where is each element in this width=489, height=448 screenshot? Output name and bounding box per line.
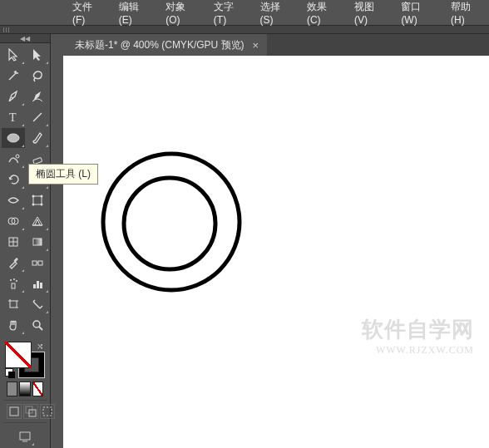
tab-close-icon[interactable]: ×: [253, 40, 259, 51]
rotate-tool[interactable]: [2, 170, 25, 190]
svg-rect-35: [10, 407, 18, 416]
watermark-line1: 软件自学网: [362, 315, 474, 344]
color-mode-color[interactable]: [7, 382, 17, 396]
svg-line-1: [33, 113, 42, 121]
svg-rect-25: [33, 284, 36, 288]
svg-rect-7: [33, 196, 42, 204]
color-mode-none[interactable]: [32, 382, 43, 396]
draw-normal-icon[interactable]: [7, 404, 22, 419]
mesh-tool[interactable]: [2, 232, 25, 252]
document-tab-title: 未标题-1* @ 400% (CMYK/GPU 预览): [75, 38, 244, 52]
type-tool[interactable]: T: [2, 107, 25, 127]
screen-mode-icon[interactable]: [15, 426, 35, 446]
artboard-tool[interactable]: [2, 294, 25, 314]
svg-point-22: [10, 279, 12, 281]
default-fill-stroke-icon[interactable]: [5, 368, 15, 378]
svg-rect-26: [37, 281, 39, 288]
menu-bar: 文件(F) 编辑(E) 对象(O) 文字(T) 选择(S) 效果(C) 视图(V…: [0, 2, 489, 23]
control-bar: [0, 26, 489, 34]
menu-type[interactable]: 文字(T): [208, 0, 251, 28]
draw-behind-icon[interactable]: [23, 404, 38, 419]
selection-tool[interactable]: [2, 45, 25, 65]
menu-effect[interactable]: 效果(C): [301, 0, 345, 28]
ellipse-tool[interactable]: [2, 128, 25, 148]
ellipse-tool-tooltip: 椭圆工具 (L): [28, 164, 98, 185]
lasso-tool[interactable]: [26, 66, 49, 86]
perspective-grid-tool[interactable]: [26, 211, 49, 231]
document-tab-bar: 未标题-1* @ 400% (CMYK/GPU 预览) ×: [63, 34, 489, 57]
free-transform-tool[interactable]: [26, 190, 49, 210]
svg-point-10: [32, 204, 35, 206]
svg-rect-21: [12, 283, 15, 288]
svg-rect-27: [40, 283, 42, 288]
blend-tool[interactable]: [26, 253, 49, 273]
tools-panel: ◀◀ T: [0, 34, 51, 448]
paintbrush-tool[interactable]: [26, 128, 49, 148]
inner-circle-shape[interactable]: [124, 178, 215, 269]
menu-view[interactable]: 视图(V): [348, 0, 392, 28]
gradient-tool[interactable]: [26, 232, 49, 252]
menu-select[interactable]: 选择(S): [254, 0, 298, 28]
symbol-sprayer-tool[interactable]: [2, 273, 25, 293]
shape-builder-tool[interactable]: [2, 211, 25, 231]
svg-point-23: [13, 278, 15, 280]
draw-inside-icon[interactable]: [40, 404, 55, 419]
watermark: 软件自学网 WWW.RJZXW.COM: [362, 315, 474, 357]
width-tool[interactable]: [2, 190, 25, 210]
svg-rect-17: [33, 239, 42, 245]
svg-point-9: [41, 195, 43, 198]
column-graph-tool[interactable]: [26, 273, 49, 293]
direct-selection-tool[interactable]: [26, 45, 49, 65]
svg-point-3: [16, 155, 19, 158]
color-mode-gradient[interactable]: [19, 382, 30, 396]
menu-help[interactable]: 帮助(H): [445, 0, 489, 28]
svg-rect-39: [20, 432, 30, 440]
panel-collapse-icon[interactable]: ◀◀: [0, 34, 50, 43]
svg-point-8: [32, 195, 35, 198]
svg-text:T: T: [9, 111, 17, 124]
pen-tool[interactable]: [2, 86, 25, 106]
svg-rect-18: [32, 261, 37, 265]
line-tool[interactable]: [26, 107, 49, 127]
zoom-tool[interactable]: [26, 315, 49, 335]
menu-edit[interactable]: 编辑(E): [113, 0, 156, 28]
fill-swatch[interactable]: [5, 342, 32, 368]
curvature-tool[interactable]: [26, 86, 49, 106]
shaper-tool[interactable]: [2, 149, 25, 169]
svg-line-34: [39, 327, 42, 330]
magic-wand-tool[interactable]: [2, 66, 25, 86]
document-canvas[interactable]: 软件自学网 WWW.RJZXW.COM: [63, 56, 489, 448]
hand-tool[interactable]: [2, 315, 25, 335]
eyedropper-tool[interactable]: [2, 253, 25, 273]
watermark-line2: WWW.RJZXW.COM: [362, 344, 474, 357]
menu-object[interactable]: 对象(O): [160, 0, 205, 28]
menu-file[interactable]: 文件(F): [67, 0, 110, 28]
svg-rect-19: [38, 261, 42, 265]
svg-point-24: [16, 280, 17, 282]
fill-stroke-section: ⤭: [0, 337, 50, 448]
svg-rect-28: [10, 301, 17, 308]
menu-window[interactable]: 窗口(W): [395, 0, 442, 28]
document-tab[interactable]: 未标题-1* @ 400% (CMYK/GPU 预览) ×: [63, 34, 267, 56]
slice-tool[interactable]: [26, 294, 49, 314]
swap-fill-stroke-icon[interactable]: ⤭: [37, 342, 43, 351]
svg-point-2: [7, 134, 19, 142]
svg-point-33: [33, 321, 40, 327]
svg-rect-38: [43, 407, 52, 416]
svg-point-11: [41, 204, 43, 206]
